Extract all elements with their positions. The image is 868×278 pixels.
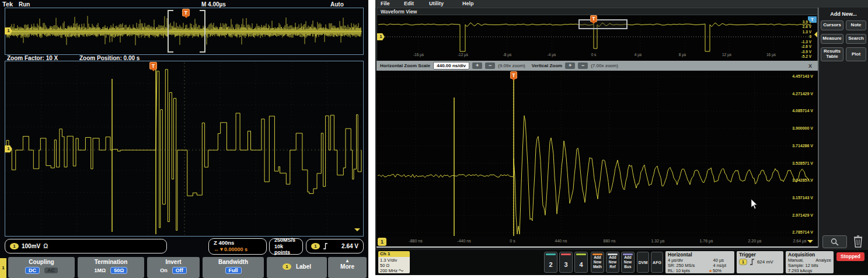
termination-1mohm-option[interactable]: 1MΩ	[95, 267, 106, 273]
overview-x-tick: 16 µs	[758, 53, 784, 57]
expansion-point-arrow	[354, 228, 360, 234]
zoom-toolbar: Horizontal Zoom Scale 440.00 ns/div + − …	[377, 61, 818, 71]
add-new-ref-button[interactable]: Add New Ref	[606, 252, 619, 273]
coupling-title: Coupling	[29, 259, 54, 265]
overview-graticule: T 1	[5, 8, 364, 55]
zoom-plot[interactable]: T 4.457143 V 4.271429 V 4.085714 V 3.900…	[377, 71, 818, 237]
trigger-readout: 1 2.64 V	[306, 239, 364, 253]
overview-x-tick: -12 µs	[450, 53, 476, 57]
main-x-tick: 1.32 µs	[645, 239, 671, 243]
menu-coupling[interactable]: Coupling DC AC	[8, 257, 75, 278]
trigger-position-marker[interactable]: T	[590, 15, 597, 22]
acquisition-count: 7.293 kAcqs	[788, 268, 831, 273]
afg-button[interactable]: AFG	[651, 252, 663, 273]
stopped-button[interactable]: Stopped	[836, 252, 864, 261]
add-plot-button[interactable]: Plot	[846, 47, 866, 61]
trash-icon[interactable]	[853, 234, 863, 248]
channel1-level-arrow[interactable]	[811, 32, 817, 37]
panel-divider-handle[interactable]	[816, 121, 820, 134]
zoom-mode-button[interactable]	[822, 235, 847, 248]
menu-edit[interactable]: Edit	[404, 1, 414, 6]
overview-x-tick: 4 µs	[625, 53, 651, 57]
add-new-bus-button[interactable]: Add New Bus	[621, 252, 635, 273]
waveform-view-bar: Waveform View	[377, 8, 818, 15]
invert-on-option[interactable]: On	[160, 267, 168, 273]
h-zoom-factor: (9.09x zoom)	[498, 63, 525, 68]
menu-utility[interactable]: Utility	[429, 1, 444, 6]
acquisition-sample: Sample: 12 bits	[788, 263, 831, 268]
ch1-termination: 50 Ω	[380, 263, 408, 268]
add-new-math-button[interactable]: Add New Math	[591, 252, 604, 273]
coupling-dc-option[interactable]: DC	[25, 267, 40, 274]
ch3-color-strip	[561, 253, 571, 255]
zoom-position-value: ↔▼0.00000 s	[214, 246, 247, 252]
main-x-tick: -440 ns	[451, 239, 477, 243]
ch3-button[interactable]: 3	[559, 252, 573, 273]
menu-label[interactable]: 1 Label	[267, 257, 327, 278]
overview-x-tick: -8 µs	[494, 53, 520, 57]
menu-invert[interactable]: Invert On Off	[147, 257, 200, 278]
main-x-tick: 2.20 µs	[742, 239, 768, 243]
invert-off-option[interactable]: Off	[172, 267, 187, 274]
main-x-tick: 1.76 µs	[693, 239, 719, 243]
coupling-ac-option[interactable]: AC	[44, 267, 58, 273]
acquisition-analyze: Analyze	[815, 258, 831, 263]
ch2-button[interactable]: 2	[544, 252, 557, 273]
add-note-button[interactable]: Note	[846, 20, 866, 30]
v-zoom-factor: (7.00x zoom)	[591, 63, 618, 68]
h-zoom-scale-label: Horizontal Zoom Scale	[380, 63, 430, 68]
h-zoom-plus-button[interactable]: +	[472, 62, 482, 69]
right-oscilloscope-screen: File Edit Utility Help Waveform View T -…	[375, 0, 868, 275]
overview-y-tick: 2.6 V	[803, 25, 811, 29]
trigger-position-marker-zoom[interactable]: T	[149, 62, 157, 70]
main-y-tick: 4.271429 V	[792, 92, 813, 96]
menu-file[interactable]: File	[381, 1, 390, 6]
zoom-window-box[interactable]	[578, 19, 628, 29]
trigger-position-marker[interactable]: T	[182, 9, 190, 16]
channel1-axis-handle[interactable]: 1	[378, 238, 386, 246]
dvm-button[interactable]: DVM	[637, 252, 649, 273]
axis-end-arrow	[807, 240, 813, 246]
tek-logo: Tek	[2, 1, 13, 8]
label-text: Label	[296, 263, 311, 270]
add-results-table-button[interactable]: Results Table	[821, 47, 843, 61]
termination-50ohm-option[interactable]: 50Ω	[110, 267, 127, 274]
trigger-position-marker-zoom[interactable]: T	[510, 71, 517, 79]
channel1-menu-tab[interactable]: 1	[0, 258, 6, 278]
trigger-source-badge: 1	[739, 259, 747, 265]
v-zoom-plus-button[interactable]: +	[565, 62, 575, 69]
zoom-window-bracket-left[interactable]	[168, 10, 173, 53]
bandwidth-full-option[interactable]: Full	[225, 267, 242, 274]
ch1-badge-title: Ch 1	[378, 251, 410, 257]
overview-y-tick: 1.3 V	[803, 30, 811, 34]
menu-termination[interactable]: Termination 1MΩ 50Ω	[78, 257, 144, 278]
horizontal-record-length: RL: 10 kpts	[668, 268, 690, 273]
overview-x-tick: 12 µs	[714, 53, 740, 57]
add-search-button[interactable]: Search	[846, 34, 866, 44]
acquisition-mode: Manual,	[788, 258, 804, 263]
add-measure-button[interactable]: Measure	[821, 34, 843, 44]
position-dot-icon	[709, 270, 712, 272]
horizontal-badge[interactable]: Horizontal 4 µs/div40 µs SR: 250 MS/s4 n…	[665, 251, 734, 273]
zoom-window-bracket-right[interactable]	[200, 10, 205, 53]
add-cursors-button[interactable]: Cursors	[821, 20, 843, 30]
menu-bandwidth[interactable]: Bandwidth Full	[203, 257, 264, 278]
timebase-readout: M 4.00µs	[201, 1, 226, 8]
zoom-x-axis: 1 -880 ns -440 ns 0 s 440 ns 880 ns 1.32…	[377, 237, 818, 248]
horizontal-title: Horizontal	[668, 252, 732, 258]
add-new-panel: Add New... Cursors Note Measure Search R…	[819, 8, 868, 250]
zoom-close-button[interactable]: X	[808, 63, 814, 69]
horizontal-scale: 4 µs/div	[668, 258, 683, 263]
v-zoom-minus-button[interactable]: −	[578, 62, 588, 69]
overview-x-tick: 0 s	[581, 53, 606, 57]
h-zoom-minus-button[interactable]: −	[485, 62, 495, 69]
acquisition-badge[interactable]: Acquisition Manual,Analyze Sample: 12 bi…	[786, 251, 834, 273]
menu-help[interactable]: Help	[462, 1, 474, 6]
ch1-badge[interactable]: Ch 1 1.3 V/div 50 Ω 200 MHz	[378, 251, 410, 273]
trigger-slope-icon	[323, 243, 328, 249]
trigger-badge[interactable]: Trigger 1 624 mV	[737, 251, 783, 273]
h-zoom-scale-value[interactable]: 440.00 ns/div	[433, 62, 469, 70]
ch4-button[interactable]: 4	[574, 252, 588, 273]
overview-plot[interactable]: T -16 µs -12 µs -8 µs -4 µs 0 s 4 µs 8 µ…	[377, 15, 818, 61]
menu-more[interactable]: ▲ More	[328, 257, 367, 278]
